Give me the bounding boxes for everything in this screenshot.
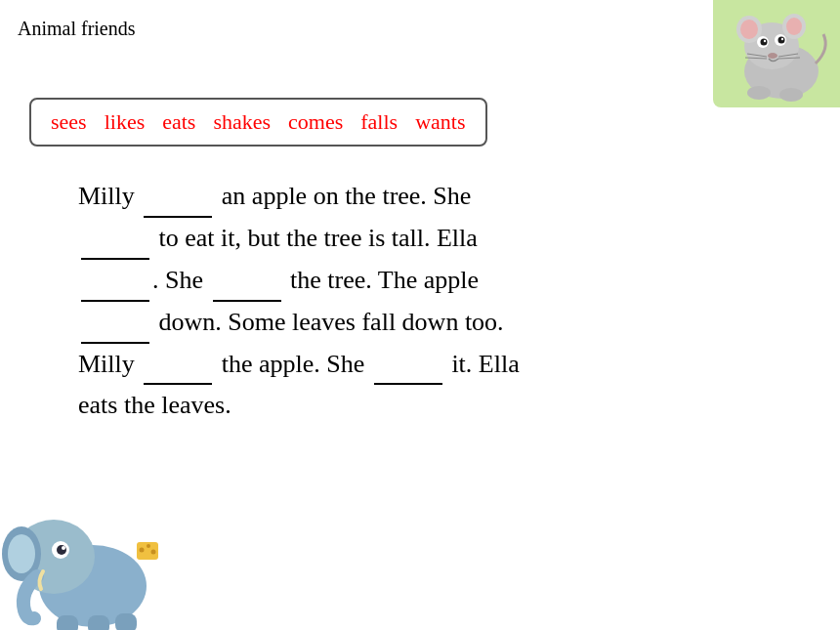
svg-point-25 <box>62 546 65 550</box>
page-title: Animal friends <box>18 18 136 40</box>
elephant-image <box>0 483 166 630</box>
svg-point-30 <box>140 548 145 553</box>
word-shakes: shakes <box>213 109 271 135</box>
svg-point-18 <box>779 88 803 102</box>
blank-1 <box>144 216 212 218</box>
blank-4 <box>213 300 281 302</box>
story-text-4: the tree. The apple <box>284 266 479 294</box>
word-eats: eats <box>162 109 195 135</box>
svg-point-31 <box>147 544 150 548</box>
story-text-7: it. Ella <box>445 350 520 378</box>
story-text-5: down. Some leaves fall down too. <box>152 308 504 336</box>
svg-point-8 <box>761 39 768 46</box>
story-text-2: to eat it, but the tree is tall. Ella <box>152 224 478 252</box>
svg-point-17 <box>747 86 771 100</box>
blank-5 <box>81 342 149 344</box>
story-text-8: eats the leaves. <box>78 391 231 419</box>
word-likes: likes <box>105 109 146 135</box>
svg-rect-28 <box>115 613 137 630</box>
story-text-6: the apple. She <box>215 350 371 378</box>
word-wants: wants <box>415 109 465 135</box>
blank-3 <box>81 300 149 302</box>
mouse-image <box>713 0 840 107</box>
word-comes: comes <box>288 109 343 135</box>
svg-point-3 <box>740 20 758 39</box>
story-text-3: . She <box>152 266 210 294</box>
svg-point-9 <box>778 37 785 44</box>
story-text: Milly an apple on the tree. She to eat i… <box>78 176 781 427</box>
svg-rect-26 <box>57 615 78 630</box>
svg-rect-27 <box>88 615 109 630</box>
word-falls: falls <box>360 109 398 135</box>
blank-7 <box>374 383 442 385</box>
blank-6 <box>144 383 212 385</box>
svg-point-12 <box>768 53 777 59</box>
story-milly-1: Milly <box>78 182 141 210</box>
svg-point-10 <box>764 40 766 42</box>
blank-2 <box>81 258 149 260</box>
svg-point-32 <box>151 550 156 555</box>
story-text-1: an apple on the tree. She <box>215 182 471 210</box>
svg-point-5 <box>786 18 802 35</box>
svg-point-24 <box>57 545 66 555</box>
svg-point-11 <box>781 38 783 40</box>
word-sees: sees <box>51 109 87 135</box>
word-box: sees likes eats shakes comes falls wants <box>29 98 487 147</box>
story-milly-2: Milly <box>78 350 141 378</box>
svg-point-22 <box>8 534 35 573</box>
